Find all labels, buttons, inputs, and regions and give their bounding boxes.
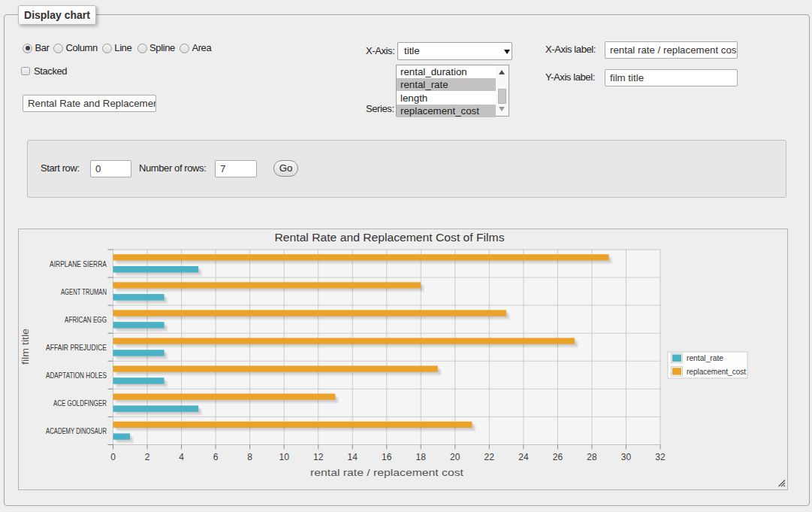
svg-text:replacement_cost: replacement_cost: [687, 367, 747, 376]
svg-text:ACADEMY DINOSAUR: ACADEMY DINOSAUR: [46, 426, 107, 435]
svg-text:4: 4: [179, 452, 184, 462]
svg-text:Rental Rate and Replacement Co: Rental Rate and Replacement Cost of Film…: [275, 231, 505, 244]
svg-text:AGENT TRUMAN: AGENT TRUMAN: [61, 287, 107, 296]
svg-text:12: 12: [313, 452, 324, 462]
svg-text:ACE GOLDFINGER: ACE GOLDFINGER: [53, 398, 107, 407]
svg-text:AIRPLANE SIERRA: AIRPLANE SIERRA: [50, 259, 107, 268]
svg-text:26: 26: [553, 452, 563, 462]
svg-text:rental rate / replacement cost: rental rate / replacement cost: [310, 467, 463, 478]
svg-text:8: 8: [247, 452, 252, 462]
svg-text:rental_rate: rental_rate: [687, 353, 723, 362]
svg-text:2: 2: [145, 452, 150, 462]
svg-text:0: 0: [110, 452, 116, 462]
svg-text:20: 20: [450, 452, 460, 462]
svg-text:6: 6: [213, 452, 219, 462]
svg-text:24: 24: [518, 452, 529, 462]
svg-text:32: 32: [655, 452, 666, 462]
svg-text:ADAPTATION HOLES: ADAPTATION HOLES: [46, 371, 107, 380]
svg-text:18: 18: [416, 452, 427, 462]
svg-text:22: 22: [484, 452, 495, 462]
svg-text:10: 10: [279, 452, 290, 462]
svg-text:AFFAIR PREJUDICE: AFFAIR PREJUDICE: [46, 343, 107, 352]
svg-text:16: 16: [382, 452, 392, 462]
svg-text:30: 30: [621, 452, 632, 462]
svg-text:film title: film title: [20, 329, 31, 365]
svg-text:14: 14: [348, 452, 358, 462]
svg-text:28: 28: [587, 452, 597, 462]
svg-text:AFRICAN EGG: AFRICAN EGG: [65, 315, 107, 324]
